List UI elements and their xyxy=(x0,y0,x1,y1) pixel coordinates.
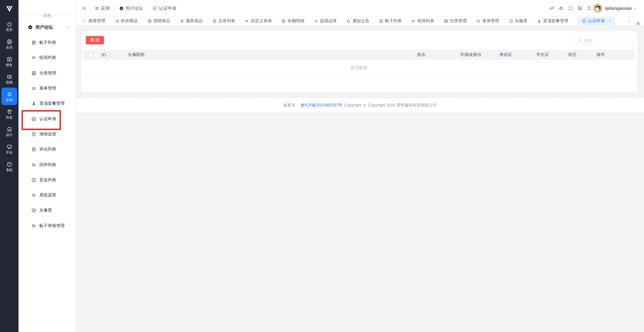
chevron-down-icon xyxy=(633,6,637,10)
chevron-up-small-icon xyxy=(66,25,70,29)
tab-withdraw-record[interactable]: 提现记录 xyxy=(314,17,337,26)
sidebar-item-cert-apply[interactable]: 认证申请 xyxy=(18,111,76,127)
crumb-icon-wrap xyxy=(94,6,99,11)
tab-label: 帖子列表 xyxy=(385,18,402,24)
grid-mini-icon xyxy=(636,21,640,26)
search-icon xyxy=(578,38,582,43)
sidebar-item-menu-manage[interactable]: 菜单管理 xyxy=(18,81,76,96)
theme-button[interactable] xyxy=(578,6,582,11)
sidebar-item-category-manage[interactable]: 分类管理 xyxy=(18,66,76,81)
tab-balance-detail[interactable]: 余额明细 xyxy=(281,17,304,26)
search-input[interactable] xyxy=(584,38,630,43)
main-area: 应用用户论坛认证申请 qidiangaoxiao 惠券管理砍价商品拼团商品服务商… xyxy=(76,0,644,332)
select-all-checkbox[interactable] xyxy=(88,53,93,57)
tab-overview-grid-icon[interactable] xyxy=(636,21,640,26)
rail-item-marketing[interactable]: 营销 xyxy=(1,70,17,88)
sidebar-item-label: 海报设置 xyxy=(39,131,56,137)
sidebar-item-system-settings[interactable]: 系统设置 xyxy=(18,188,76,203)
sidebar-item-label: 帖子列表 xyxy=(39,40,56,46)
check-circle-icon xyxy=(152,6,157,11)
sidebar-item-blindbox-list[interactable]: 盲盒列表 xyxy=(18,172,76,188)
sidebar-item-comment-list[interactable]: 评论列表 xyxy=(18,142,76,157)
tab-post-list[interactable]: 帖子列表 xyxy=(379,17,402,26)
column-header-id[interactable]: ID xyxy=(98,50,124,60)
tab-group-list[interactable]: 组局列表 xyxy=(411,17,434,26)
rail-item-member[interactable]: 会员 xyxy=(1,35,17,53)
tab-groupbuy-goods[interactable]: 拼团商品 xyxy=(147,17,170,26)
refresh-button[interactable] xyxy=(587,6,592,11)
tab-avatar-library[interactable]: 头像库 xyxy=(508,17,528,26)
close-icon xyxy=(608,20,611,23)
tab-article-list[interactable]: 文章列表 xyxy=(212,17,235,26)
plane-circle-icon xyxy=(31,208,36,213)
tab-label: 通知公告 xyxy=(352,18,369,24)
header-checkbox-cell xyxy=(84,50,98,60)
fullscreen-button[interactable] xyxy=(568,6,573,11)
sidebar-item-label: 回评列表 xyxy=(39,162,56,168)
rail-item-design[interactable]: 设计 xyxy=(1,123,17,140)
sidebar-item-avatar-library[interactable]: 头像库 xyxy=(18,203,76,218)
sidebar-item-post-list[interactable]: 帖子列表 xyxy=(18,35,76,50)
tab-coupon-manage[interactable]: 惠券管理 xyxy=(88,17,105,26)
delete-button[interactable]: 删 除 xyxy=(86,36,104,45)
tab-label: 菜单管理 xyxy=(482,18,499,24)
lock-button[interactable] xyxy=(558,6,564,11)
tabs-scroll-right-chevron-icon[interactable] xyxy=(627,19,631,23)
rail-item-system[interactable]: 系统 xyxy=(1,158,17,175)
sidebar-item-reply-list[interactable]: 回评列表 xyxy=(18,157,76,173)
tab-notice[interactable]: 通知公告 xyxy=(346,17,369,26)
sidebar-item-post-report-manage[interactable]: 帖子举报管理 xyxy=(18,218,76,233)
sidebar-item-pinned-package-manage[interactable]: 置顶套餐管理 xyxy=(18,96,76,111)
tabs-scroll-left-chevron-icon[interactable] xyxy=(82,19,86,23)
breadcrumb-item-user-forum[interactable]: 用户论坛 xyxy=(119,5,143,11)
tab-bargain-goods[interactable]: 砍价商品 xyxy=(115,17,138,26)
rail-item-label: 应用 xyxy=(6,98,12,102)
tab-menu-manage[interactable]: 菜单管理 xyxy=(476,17,499,26)
sidebar-collapse-button[interactable] xyxy=(82,6,86,11)
tab-cert-apply[interactable]: 认证申请 xyxy=(578,17,615,26)
rail-item-platform[interactable]: 平台 xyxy=(1,140,17,158)
rail-item-label: 营销 xyxy=(6,81,12,84)
copyright-word: Copyright xyxy=(344,103,361,108)
column-header-4: 身份证 xyxy=(496,50,533,60)
tab-label: 头像库 xyxy=(515,18,528,24)
column-header-label: 头像昵称 xyxy=(128,52,145,58)
tab-label: 自定义表单 xyxy=(251,18,272,24)
icp-link[interactable]: 黔ICP备2021005707号 xyxy=(301,102,342,108)
user-menu-chevron-down-icon[interactable] xyxy=(633,6,637,10)
breadcrumb-label: 用户论坛 xyxy=(126,5,143,11)
ticket-icon xyxy=(6,74,12,80)
rail-item-apps[interactable]: 应用 xyxy=(1,88,17,105)
rail-item-label: 首页 xyxy=(6,28,12,32)
rail-item-takeout[interactable]: 外卖 xyxy=(1,105,17,123)
sidebar-item-poster-settings[interactable]: 海报设置 xyxy=(18,127,76,142)
tab-service-goods[interactable]: 服务商品 xyxy=(180,17,203,26)
avatar[interactable] xyxy=(593,4,602,13)
doc-list-icon xyxy=(31,40,36,45)
rail-item-finance[interactable]: 财务 xyxy=(1,53,17,70)
breadcrumb-label: 认证申请 xyxy=(159,5,176,11)
tab-label: 文章列表 xyxy=(218,18,235,24)
tab-label: 组局列表 xyxy=(418,18,434,24)
chevron-right-icon xyxy=(113,7,116,10)
sidebar-item-group-list[interactable]: 组局列表 xyxy=(18,50,76,66)
tab-pinned-package-manage[interactable]: 置顶套餐管理 xyxy=(537,17,568,26)
username[interactable]: qidiangaoxiao xyxy=(605,6,632,11)
sidebar-item-label: 系统设置 xyxy=(39,192,56,198)
tab-category-manage[interactable]: 分类管理 xyxy=(444,17,467,26)
sidebar-group-user-forum[interactable]: 用户论坛 xyxy=(18,23,76,32)
link-button[interactable] xyxy=(549,6,554,11)
sort-carets-icon[interactable] xyxy=(107,52,110,57)
search-input-wrapper[interactable] xyxy=(575,36,632,45)
tab-label: 砍价商品 xyxy=(121,18,138,24)
rail-item-label: 设计 xyxy=(6,133,12,137)
rail-item-home[interactable]: 首页 xyxy=(1,18,17,35)
tab-close-icon[interactable] xyxy=(608,20,611,23)
tab-custom-form[interactable]: 自定义表单 xyxy=(244,17,272,26)
content-area: 删 除 ID头像昵称姓名年级或身份身份证学生证状态操作 暂无数据 备案号： 黔I… xyxy=(76,25,644,332)
stack-icon xyxy=(578,6,582,11)
collapse-chevron-up-icon[interactable] xyxy=(66,25,70,29)
breadcrumb-item-cert-apply[interactable]: 认证申请 xyxy=(152,5,176,11)
breadcrumb-item-apps[interactable]: 应用 xyxy=(94,5,110,11)
column-header-label: 操作 xyxy=(596,52,605,58)
